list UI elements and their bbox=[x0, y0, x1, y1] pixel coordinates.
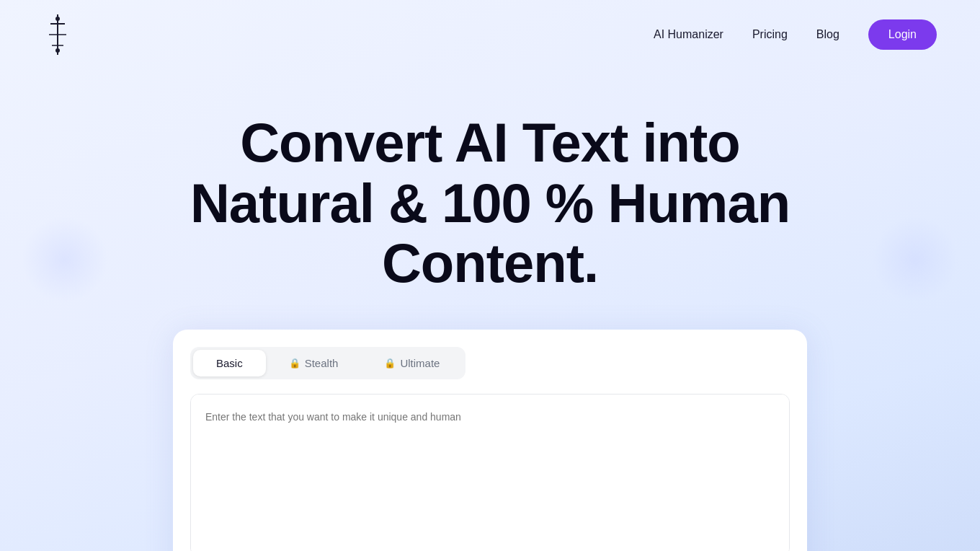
ultimate-lock-icon: 🔒 bbox=[384, 358, 396, 369]
nav-link-ai-humanizer[interactable]: AI Humanizer bbox=[654, 28, 723, 41]
hero-section: Convert AI Text into Natural & 100 % Hum… bbox=[0, 69, 980, 551]
navbar: AI Humanizer Pricing Blog Login bbox=[0, 0, 980, 69]
hero-title: Convert AI Text into Natural & 100 % Hum… bbox=[166, 113, 814, 294]
nav-link-pricing[interactable]: Pricing bbox=[752, 28, 788, 41]
main-card: Basic 🔒 Stealth 🔒 Ultimate ✦ Humanize 0 … bbox=[173, 330, 807, 551]
svg-point-7 bbox=[55, 17, 60, 21]
login-button[interactable]: Login bbox=[868, 19, 937, 50]
tab-basic[interactable]: Basic bbox=[193, 350, 266, 376]
svg-point-8 bbox=[55, 48, 60, 53]
text-input[interactable] bbox=[191, 394, 789, 551]
stealth-lock-icon: 🔒 bbox=[289, 358, 300, 369]
nav-link-blog[interactable]: Blog bbox=[816, 28, 839, 41]
nav-links: AI Humanizer Pricing Blog Login bbox=[654, 19, 937, 50]
tabs-container: Basic 🔒 Stealth 🔒 Ultimate bbox=[190, 347, 466, 379]
logo[interactable] bbox=[43, 13, 72, 56]
tab-stealth[interactable]: 🔒 Stealth bbox=[266, 350, 362, 376]
tab-ultimate-label: Ultimate bbox=[400, 357, 440, 369]
logo-icon bbox=[43, 13, 72, 56]
tab-ultimate[interactable]: 🔒 Ultimate bbox=[361, 350, 463, 376]
tab-stealth-label: Stealth bbox=[305, 357, 339, 369]
textarea-wrapper bbox=[190, 394, 790, 551]
